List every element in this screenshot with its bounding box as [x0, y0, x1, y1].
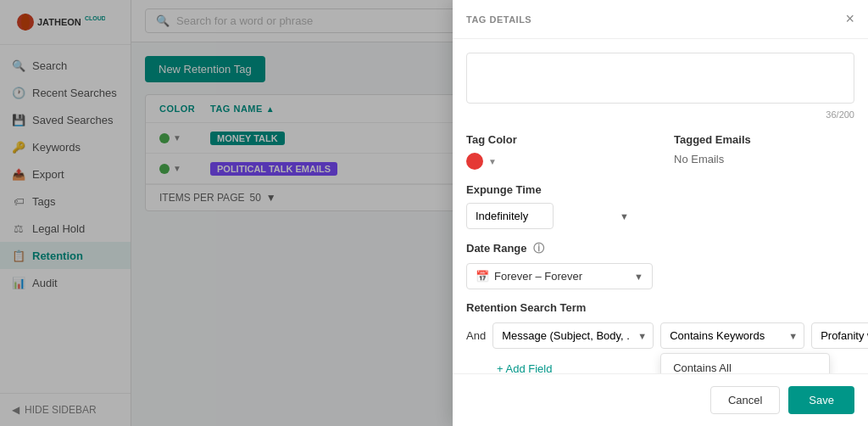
tag-name-input[interactable] [466, 53, 854, 104]
color-swatch [466, 153, 483, 170]
color-picker[interactable]: ▼ [466, 153, 647, 170]
modal-body: 36/200 Tag Color ▼ Tagged Emails No Emai… [453, 39, 868, 373]
date-range-value: Forever – Forever [494, 270, 629, 283]
cancel-button[interactable]: Cancel [710, 386, 780, 414]
tag-color-label: Tag Color [466, 133, 647, 146]
search-term-label: Retention Search Term [466, 301, 854, 314]
color-dropdown-icon: ▼ [488, 157, 497, 166]
save-button[interactable]: Save [788, 386, 854, 414]
expunge-select[interactable]: Indefinitely 1 Year 2 Years 3 Years 5 Ye… [466, 203, 554, 229]
date-range-picker[interactable]: 📅 Forever – Forever ▼ [466, 263, 653, 289]
dropdown-item-contains-all[interactable]: Contains All [661, 354, 829, 373]
char-count: 36/200 [466, 109, 854, 120]
tag-details-modal: TAG DETAILS × 36/200 Tag Color ▼ Tagged … [453, 0, 868, 426]
calendar-icon: 📅 [476, 270, 489, 283]
color-emails-row: Tag Color ▼ Tagged Emails No Emails [466, 133, 854, 170]
tagged-emails-label: Tagged Emails [674, 133, 854, 146]
field-select[interactable]: Message (Subject, Body, ... From To Subj… [492, 322, 654, 349]
condition-dropdown-menu: Contains All Proximity Search Contains A… [660, 353, 830, 373]
expunge-chevron-icon: ▼ [620, 211, 629, 221]
value-select[interactable]: Profanity words [811, 322, 868, 349]
tag-color-group: Tag Color ▼ [466, 133, 647, 170]
value-select-container: Profanity words ▼ [811, 322, 868, 349]
search-term-section: Retention Search Term And Message (Subje… [466, 301, 854, 373]
modal-footer: Cancel Save [453, 373, 868, 426]
date-range-chevron-icon: ▼ [634, 272, 643, 282]
expunge-select-container: Indefinitely 1 Year 2 Years 3 Years 5 Ye… [466, 203, 636, 229]
tagged-emails-group: Tagged Emails No Emails [674, 133, 854, 170]
and-label: And [466, 329, 486, 342]
tagged-emails-value: No Emails [674, 153, 854, 165]
field-select-container: Message (Subject, Body, ... From To Subj… [492, 322, 654, 349]
date-range-group: Date Range ⓘ 📅 Forever – Forever ▼ [466, 241, 854, 289]
search-term-row: And Message (Subject, Body, ... From To … [466, 322, 854, 349]
expunge-label: Expunge Time [466, 183, 854, 196]
modal-header: TAG DETAILS × [453, 0, 868, 39]
expunge-group: Expunge Time Indefinitely 1 Year 2 Years… [466, 183, 854, 229]
date-range-label: Date Range ⓘ [466, 241, 854, 256]
condition-select-wrapper: Contains Keywords Contains All Proximity… [660, 322, 804, 349]
date-info-icon: ⓘ [533, 242, 544, 255]
modal-close-button[interactable]: × [845, 10, 854, 28]
condition-select-container: Contains Keywords Contains All Proximity… [660, 322, 804, 349]
modal-title: TAG DETAILS [466, 14, 531, 25]
condition-select[interactable]: Contains Keywords Contains All Proximity… [660, 322, 804, 349]
